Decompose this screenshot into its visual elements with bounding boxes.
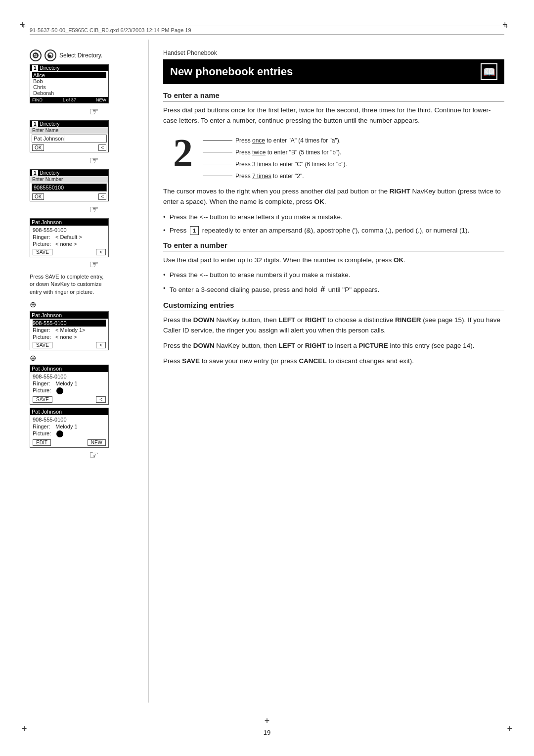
card3-save-btn: SAVE [33,396,52,403]
header-line: 91-5637-50-00_E5965C CIB_R0.qxd 6/23/200… [30,26,504,35]
right-column: Handset Phonebook New phonebook entries … [163,49,504,372]
crosshair-tr: + [504,22,512,30]
header-text: 91-5637-50-00_E5965C CIB_R0.qxd 6/23/200… [30,27,191,33]
crosshair-br: + [507,724,512,734]
section1-body2: The cursor moves to the right when you p… [163,187,504,207]
card2-save-btn: SAVE [33,342,52,348]
screen1-row-deborah: Deborah [32,90,106,96]
screen2-btns: OK < [30,143,108,152]
card2-ringer: Ringer: < Melody 1> [33,327,106,333]
screen1-footer: FIND 1 of 37 NEW [30,97,108,103]
screen2-btn-back: < [98,144,106,151]
hand-cursor-4: ☞ [89,258,148,271]
press1-box: 1 [190,226,199,235]
key-lines: Press once to enter "A" (4 times for "a"… [203,133,347,180]
nav-label: Select Directory. [59,52,102,59]
screen2-subheader: Enter Name [30,127,108,134]
key-line-3: Press 3 times to enter "C" (6 times for … [203,161,347,168]
card4-number: 908-555-0100 [33,416,106,423]
hand-cursor-5: ☞ [89,449,148,462]
phone-screen-3: 1 Directory Enter Number 9085550100 OK < [30,169,109,201]
card1-ringer: Ringer: < Default > [33,234,106,240]
phone-screen-2: 1 Directory Enter Name Pat Johnson OK < [30,120,109,152]
card2-picture: Picture: < none > [33,333,106,340]
card3-less-btn: < [96,396,106,403]
screen3-btns: OK < [30,192,108,201]
phone-screen-1: 1 Directory Alice Bob Chris Deborah FIND… [30,64,109,103]
screen3-btn-ok: OK [32,193,44,200]
card1-number: 908-555-0100 [33,227,106,234]
card4-name: Pat Johnson [30,408,108,415]
vertical-rule [148,40,149,703]
screen1-body: Alice Bob Chris Deborah [30,71,108,97]
screen1-row-chris: Chris [32,84,106,90]
card4-edit-btn: EDIT [33,439,51,446]
screen2-btn-ok: OK [32,144,44,151]
screen1-title: Directory [40,65,60,71]
screen3-num: 1 [32,170,38,176]
screen1-new: NEW [96,97,106,102]
section2-title: To enter a number [163,241,504,251]
nav-arrows-row: ⊕ ▶ Select Directory. [30,49,148,61]
key-line-1: Press once to enter "A" (4 times for "a"… [203,137,347,144]
press-save-text: Press SAVE to complete entry, or down Na… [30,273,109,296]
section2-body: Use the dial pad to enter up to 32 digit… [163,255,504,266]
bullet-4: To enter a 3-second dialing pause, press… [163,284,504,296]
screen1-count: 1 of 37 [62,97,76,102]
card2-btns: SAVE < [33,342,106,348]
screen2-num: 1 [32,121,38,127]
crosshair-bottom: + [265,716,270,726]
crosshair-bl: + [22,724,27,734]
small-nav-1: ⊕ [30,300,148,309]
page-number: 19 [264,729,270,736]
screen2-header: 1 Directory [30,121,108,127]
info-card-2: Pat Johnson 908-555-0100 Ringer: < Melod… [30,311,109,350]
card3-ringer: Ringer: Melody 1 [33,380,106,387]
card3-name: Pat Johnson [30,365,108,372]
card3-btns: SAVE < [33,396,106,403]
card4-picture: Picture: [33,430,106,438]
key-number: 2 [173,133,193,173]
hand-cursor-3: ☞ [89,203,148,216]
key-line-2: Press twice to enter "B" (5 times for "b… [203,149,347,156]
picture-circle-2 [56,430,63,437]
screen3-header: 1 Directory [30,170,108,176]
screen2-title: Directory [40,121,60,127]
page-title: New phonebook entries [170,65,293,78]
card3-number: 908-555-0100 [33,373,106,380]
screen3-btn-back: < [98,193,106,200]
info-card-1: Pat Johnson 908-555-0100 Ringer: < Defau… [30,218,109,257]
card4-btns: EDIT NEW [33,439,106,446]
nav-circle-right: ▶ [44,49,56,61]
card4-ringer: Ringer: Melody 1 [33,423,106,430]
hash-symbol: # [320,284,325,296]
screen3-input: 9085550100 [32,184,107,191]
card4-new-btn: NEW [88,439,106,446]
book-icon: 📖 [481,63,497,80]
card2-number: 908-555-0100 [33,320,106,327]
card1-save-btn: SAVE [33,249,52,255]
nav-circle-left: ⊕ [30,49,42,61]
bullet-2: Press 1 repeatedly to enter an ampersand… [163,226,504,236]
section-label: Handset Phonebook [163,49,504,56]
bullet-1: Press the <-- button to erase letters if… [163,212,504,223]
page-title-bar: New phonebook entries 📖 [163,59,504,84]
info-card-3: Pat Johnson 908-555-0100 Ringer: Melody … [30,365,109,405]
section1-body: Press dial pad buttons once for the firs… [163,105,504,126]
card2-less-btn: < [96,342,106,348]
screen1-row-alice: Alice [32,72,106,78]
small-nav-2: ⊕ [30,353,148,363]
screen1-row-bob: Bob [32,78,106,84]
key-diagram: 2 Press once to enter "A" (4 times for "… [173,133,504,180]
bullet-3: Press the <-- button to erase numbers if… [163,270,504,281]
key-line-4: Press 7 times to enter "2". [203,173,347,180]
card1-name: Pat Johnson [30,219,108,226]
hand-cursor-1: ☞ [89,105,148,118]
section3-body1: Press the DOWN NavKey button, then LEFT … [163,315,504,336]
card2-name: Pat Johnson [30,312,108,319]
info-card-4: Pat Johnson 908-555-0100 Ringer: Melody … [30,408,109,448]
hand-cursor-2: ☞ [89,154,148,167]
screen3-subheader: Enter Number [30,176,108,183]
section3-body3: Press SAVE to save your new entry (or pr… [163,356,504,367]
screen3-title: Directory [40,170,60,176]
